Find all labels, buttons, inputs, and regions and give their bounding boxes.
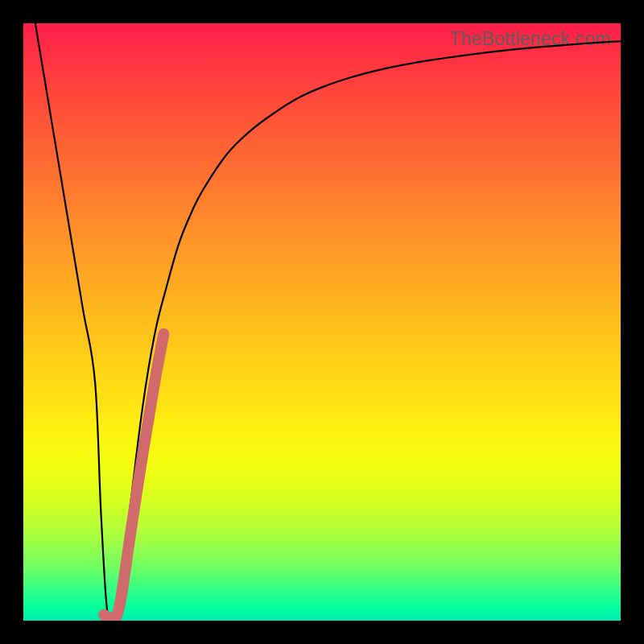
chart-overlay (23, 23, 621, 621)
chart-frame: TheBottleneck.com (0, 0, 644, 644)
plot-area: TheBottleneck.com (23, 23, 621, 621)
highlight-segment (104, 334, 163, 619)
curve-line (35, 23, 621, 621)
